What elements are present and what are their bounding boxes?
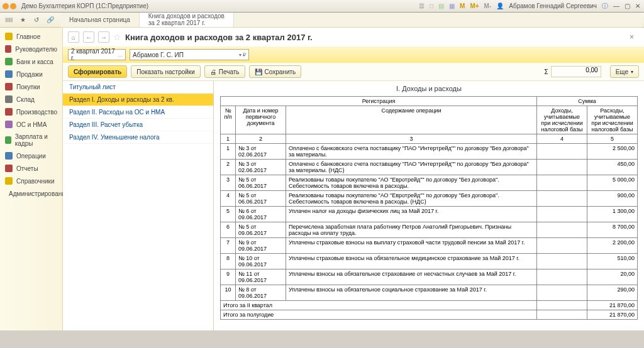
nav-icon bbox=[5, 165, 13, 172]
section-list-item[interactable]: Раздел II. Расходы на ОС и НМА bbox=[63, 106, 213, 119]
info-icon[interactable]: ⓘ bbox=[601, 2, 609, 11]
section-list-item[interactable]: Титульный лист bbox=[63, 81, 213, 94]
tab-current[interactable]: Книга доходов и расходов за 2 квартал 20… bbox=[140, 13, 234, 27]
sidebar-item[interactable]: Администрирование bbox=[0, 187, 62, 200]
home-button[interactable]: ⌂ bbox=[68, 31, 79, 43]
org-combo[interactable]: Абрамов Г. С. ИП ▾ ₽ bbox=[130, 49, 249, 60]
sidebar-item-label: Продажи bbox=[16, 71, 43, 78]
cell-expense: 510,00 bbox=[587, 254, 638, 269]
cell-income bbox=[537, 207, 587, 222]
section-list-item[interactable]: Раздел IV. Уменьшение налога bbox=[63, 131, 213, 144]
sidebar-item[interactable]: Склад bbox=[0, 93, 62, 106]
sidebar-item-label: Склад bbox=[16, 96, 35, 103]
section-list-item[interactable]: Раздел I. Доходы и расходы за 2 кв. bbox=[63, 94, 213, 106]
more-button[interactable]: Еще ▾ bbox=[610, 65, 639, 78]
cell-doc: № 3 от 02.06.2017 bbox=[236, 160, 286, 175]
sidebar-item[interactable]: Справочники bbox=[0, 175, 62, 187]
sidebar-item[interactable]: Производство bbox=[0, 106, 62, 118]
sidebar-item-label: Операции bbox=[16, 153, 46, 160]
icon[interactable]: □ bbox=[428, 3, 435, 9]
nav-icon bbox=[5, 108, 13, 116]
table-row[interactable]: 2 № 3 от 02.06.2017 Оплачено с банковско… bbox=[221, 160, 638, 175]
table-row[interactable]: 5 № 6 от 09.06.2017 Уплачен налог на дох… bbox=[221, 207, 638, 222]
table-row[interactable]: 9 № 11 от 09.06.2017 Уплачены взносы на … bbox=[221, 269, 638, 285]
save-button[interactable]: 💾Сохранить bbox=[249, 65, 302, 78]
th: 5 bbox=[587, 134, 638, 144]
cell-doc: № 6 от 09.06.2017 bbox=[236, 207, 286, 222]
nav-icon bbox=[5, 70, 13, 78]
table-row[interactable]: 1 № 3 от 02.06.2017 Оплачено с банковско… bbox=[221, 144, 638, 160]
nav-icon bbox=[5, 136, 11, 144]
cell-income bbox=[537, 160, 587, 175]
sidebar-item-label: Главное bbox=[16, 33, 40, 40]
section-list-item[interactable]: Раздел III. Расчет убытка bbox=[63, 119, 213, 131]
cell-doc: № 11 от 09.06.2017 bbox=[236, 269, 286, 285]
window-titlebar: Демо Бухгалтерия КОРП (1С:Предприятие) ☰… bbox=[0, 0, 644, 13]
nav-sidebar: ГлавноеРуководителюБанк и кассаПродажиПо… bbox=[0, 28, 63, 330]
apps-icon[interactable]: ⦀⦀⦀ bbox=[3, 14, 15, 26]
form-button[interactable]: Сформировать bbox=[68, 65, 127, 78]
th-reg: Регистрация bbox=[221, 97, 537, 106]
print-button[interactable]: 🖨Печать bbox=[204, 65, 245, 78]
star-icon[interactable]: ★ bbox=[16, 14, 29, 26]
icon[interactable]: M- bbox=[483, 3, 493, 9]
sidebar-item[interactable]: Отчеты bbox=[0, 162, 62, 175]
print-icon: 🖨 bbox=[210, 68, 216, 75]
cell-expense: 290,00 bbox=[587, 285, 638, 301]
cell-text: Уплачены страховые взносы на обязательно… bbox=[286, 254, 537, 269]
nav-icon bbox=[5, 33, 13, 40]
sidebar-item[interactable]: Руководителю bbox=[0, 43, 62, 55]
content-header: ⌂ ← → ☆ Книга доходов и расходов за 2 кв… bbox=[63, 28, 644, 46]
table-row[interactable]: 4 № 5 от 06.06.2017 Реализованы товары п… bbox=[221, 191, 638, 207]
cell-text: Уплачены взносы на обязательное страхова… bbox=[286, 269, 537, 285]
link-icon[interactable]: 🔗 bbox=[44, 14, 57, 26]
icon[interactable]: M+ bbox=[469, 3, 480, 9]
window-title: Демо Бухгалтерия КОРП (1С:Предприятие) bbox=[21, 3, 418, 9]
table-row[interactable]: 3 № 5 от 06.06.2017 Реализованы товары п… bbox=[221, 175, 638, 191]
cell-total-label: Итого за полугодие bbox=[221, 310, 537, 320]
cell-income bbox=[537, 144, 587, 160]
cell-total-label: Итого за II квартал bbox=[221, 301, 537, 310]
table-row[interactable]: 7 № 9 от 09.06.2017 Уплачены страховые в… bbox=[221, 238, 638, 254]
label: Сформировать bbox=[74, 68, 121, 75]
icon[interactable]: M bbox=[458, 3, 466, 9]
maximize-icon[interactable]: ▢ bbox=[623, 3, 631, 9]
sidebar-item[interactable]: ОС и НМА bbox=[0, 118, 62, 131]
star-icon[interactable]: ☆ bbox=[113, 32, 121, 42]
traffic-light-icon bbox=[3, 3, 9, 9]
history-icon[interactable]: ↺ bbox=[30, 14, 43, 26]
sidebar-item[interactable]: Покупки bbox=[0, 80, 62, 93]
table-row[interactable]: 6 № 5 от 09.06.2017 Перечислена заработн… bbox=[221, 222, 638, 238]
sidebar-item-label: Администрирование bbox=[9, 190, 69, 197]
section-list: Титульный листРаздел I. Доходы и расходы… bbox=[63, 81, 214, 330]
cell-num: 5 bbox=[221, 207, 236, 222]
table-row[interactable]: 8 № 10 от 09.06.2017 Уплачены страховые … bbox=[221, 254, 638, 269]
tab-home[interactable]: Начальная страница bbox=[60, 13, 140, 27]
icon[interactable]: ▦ bbox=[448, 3, 456, 9]
icon[interactable]: ☰ bbox=[418, 3, 426, 9]
period-combo[interactable]: 2 квартал 2017 г. ... bbox=[68, 49, 126, 60]
cell-doc: № 3 от 02.06.2017 bbox=[236, 144, 286, 160]
table-row[interactable]: 10 № 8 от 09.06.2017 Уплачены взносы на … bbox=[221, 285, 638, 301]
cell-income bbox=[537, 191, 587, 207]
sum-field[interactable]: 0,00 bbox=[551, 66, 601, 77]
report-panel: I. Доходы и расходы Регистрация Сумма № … bbox=[214, 81, 644, 330]
close-icon[interactable]: × bbox=[625, 33, 639, 41]
label: Печать bbox=[219, 68, 240, 75]
nav-icon bbox=[5, 83, 13, 90]
cell-text: Уплачены страховые взносы на выплату стр… bbox=[286, 238, 537, 254]
icon[interactable]: ▤ bbox=[437, 3, 445, 9]
cell-text: Оплачено с банковского счета поставщику … bbox=[286, 160, 537, 175]
minimize-icon[interactable]: — bbox=[612, 3, 621, 9]
sidebar-item[interactable]: Главное bbox=[0, 30, 62, 43]
close-icon[interactable]: ✕ bbox=[634, 3, 641, 9]
settings-button[interactable]: Показать настройки bbox=[131, 65, 201, 78]
forward-button[interactable]: → bbox=[98, 31, 109, 43]
sidebar-item[interactable]: Банк и касса bbox=[0, 55, 62, 68]
sidebar-item[interactable]: Продажи bbox=[0, 68, 62, 80]
traffic-light-icon bbox=[10, 3, 16, 9]
sidebar-item[interactable]: Зарплата и кадры bbox=[0, 131, 62, 150]
back-button[interactable]: ← bbox=[83, 31, 94, 43]
sidebar-item[interactable]: Операции bbox=[0, 150, 62, 162]
nav-icon bbox=[5, 45, 11, 53]
